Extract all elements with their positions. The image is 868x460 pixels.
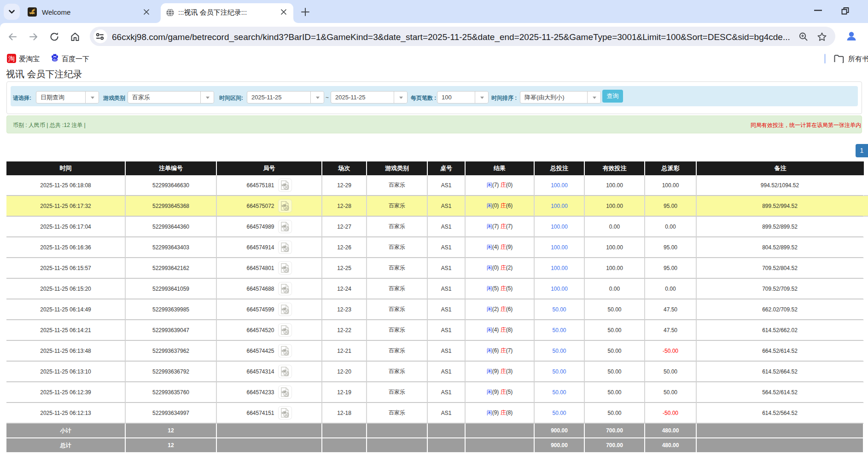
svg-text:du: du	[53, 58, 57, 61]
